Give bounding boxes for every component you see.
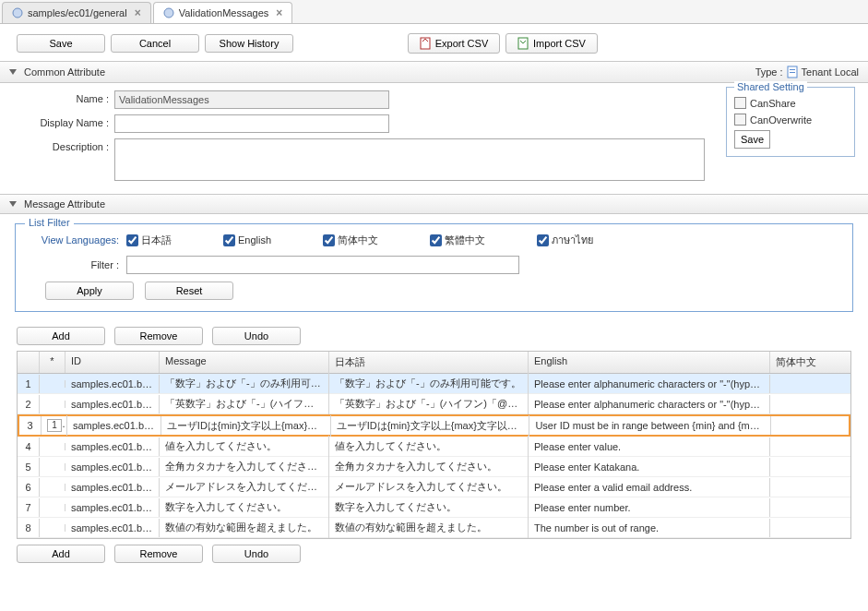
close-icon[interactable]: × (135, 6, 141, 19)
import-csv-label: Import CSV (533, 38, 586, 49)
remove-button[interactable]: Remove (114, 327, 203, 345)
row-index: 2 (18, 395, 40, 413)
table-row[interactable]: 1samples.ec01.be…「数字」および「-」のみ利用可…「数字」および… (18, 374, 850, 394)
row-id[interactable]: samples.ec01.be… (65, 458, 160, 476)
undo-button[interactable]: Undo (212, 545, 301, 563)
row-chinese[interactable] (770, 443, 848, 450)
row-english[interactable]: The number is out of range. (529, 519, 770, 537)
save-button[interactable]: Save (17, 34, 105, 53)
row-japanese[interactable]: メールアドレスを入力してください。 (329, 476, 529, 497)
row-japanese[interactable]: 数字を入力してください。 (329, 497, 529, 518)
row-chinese[interactable] (770, 484, 848, 491)
row-message[interactable]: 「英数字」および「-」(ハイフン)… (160, 393, 329, 414)
row-message[interactable]: 全角カタカナを入力してください。 (160, 456, 329, 477)
filter-input[interactable] (126, 256, 519, 274)
row-japanese[interactable]: ユーザIDは{min}文字以上{max}文字以下… (331, 415, 530, 437)
col-star-header[interactable]: * (40, 352, 65, 373)
common-attribute-header[interactable]: Common Attribute Type : Tenant Local (0, 61, 868, 83)
table-row[interactable]: 4samples.ec01.be…値を入力してください。値を入力してください。P… (18, 437, 850, 457)
col-message-header[interactable]: Message (160, 352, 329, 373)
row-japanese[interactable]: 値を入力してください。 (329, 436, 529, 457)
close-icon[interactable]: × (276, 6, 282, 19)
tab-validation-messages[interactable]: ValidationMessages × (153, 2, 293, 23)
row-id[interactable]: samples.ec01.be… (65, 395, 160, 413)
lang-zhtw-checkbox[interactable]: 繁體中文 (430, 234, 485, 247)
row-id[interactable]: samples.ec01.be… (65, 498, 160, 517)
tab-bar: samples/ec01/general × ValidationMessage… (0, 0, 868, 24)
row-star (40, 524, 65, 532)
table-row[interactable]: 5samples.ec01.be…全角カタカナを入力してください。全角カタカナを… (18, 457, 850, 477)
message-attribute-title: Message Attribute (24, 198, 105, 210)
row-chinese[interactable] (771, 422, 849, 429)
table-row[interactable]: 7samples.ec01.be…数字を入力してください。数字を入力してください… (18, 497, 850, 518)
table-row[interactable]: 6samples.ec01.be…メールアドレスを入力してくださ…メールアドレス… (18, 477, 850, 497)
list-filter-legend: List Filter (25, 217, 74, 228)
row-english[interactable]: Please enter Katakana. (529, 458, 770, 476)
col-index-header[interactable] (18, 352, 40, 373)
row-id[interactable]: samples.ec01.be… (65, 437, 160, 456)
common-attribute-body: Name : Display Name : Description : Shar… (0, 83, 868, 194)
row-english[interactable]: Please enter alphanumeric characters or … (529, 375, 770, 393)
col-id-header[interactable]: ID (65, 352, 160, 373)
row-id[interactable]: samples.ec01.be… (65, 519, 160, 537)
row-english[interactable]: Please enter alphanumeric characters or … (529, 395, 770, 413)
row-chinese[interactable] (770, 463, 848, 471)
add-button[interactable]: Add (17, 545, 105, 563)
undo-button[interactable]: Undo (212, 327, 301, 345)
row-japanese[interactable]: 「数字」および「-」のみ利用可能です。 (329, 373, 529, 394)
view-languages-label: View Languages: (27, 234, 126, 246)
canshare-checkbox[interactable] (734, 97, 746, 109)
export-csv-button[interactable]: Export CSV (408, 33, 500, 54)
add-button[interactable]: Add (17, 327, 105, 345)
row-message[interactable]: 「数字」および「-」のみ利用可… (160, 373, 329, 394)
grid-toolbar-bottom: Add Remove Undo (0, 539, 868, 569)
table-row[interactable]: 2samples.ec01.be…「英数字」および「-」(ハイフン)…「英数字」… (18, 394, 850, 414)
col-japanese-header[interactable]: 日本語 (329, 352, 529, 373)
row-chinese[interactable] (770, 504, 848, 511)
row-id[interactable]: samples.ec01.be… (67, 416, 161, 435)
shared-save-button[interactable]: Save (734, 130, 770, 149)
row-chinese[interactable] (770, 380, 848, 388)
grid-toolbar-top: Add Remove Undo (0, 321, 868, 351)
row-message[interactable]: メールアドレスを入力してくださ… (160, 476, 329, 497)
cancel-button[interactable]: Cancel (111, 34, 199, 53)
row-index: 8 (18, 519, 40, 537)
row-japanese[interactable]: 数値の有効な範囲を超えました。 (329, 517, 529, 538)
row-message[interactable]: 数字を入力してください。 (160, 497, 329, 518)
shared-setting-box: Shared Setting CanShare CanOverwrite Sav… (726, 87, 855, 157)
row-japanese[interactable]: 全角カタカナを入力してください。 (329, 456, 529, 477)
tab-samples-general[interactable]: samples/ec01/general × (2, 2, 151, 23)
row-message[interactable]: 値を入力してください。 (160, 436, 329, 457)
canoverwrite-checkbox[interactable] (734, 114, 746, 126)
row-id[interactable]: samples.ec01.be… (65, 478, 160, 497)
lang-th-checkbox[interactable]: ภาษาไทย (537, 232, 593, 248)
remove-button[interactable]: Remove (114, 545, 203, 563)
reset-button[interactable]: Reset (145, 282, 233, 300)
table-row[interactable]: 8samples.ec01.be…数値の有効な範囲を超えました。数値の有効な範囲… (18, 518, 850, 538)
row-chinese[interactable] (770, 524, 848, 532)
apply-button[interactable]: Apply (45, 282, 134, 300)
description-field[interactable] (114, 138, 705, 181)
lang-ja-checkbox[interactable]: 日本語 (126, 234, 172, 247)
import-csv-button[interactable]: Import CSV (505, 33, 598, 54)
show-history-button[interactable]: Show History (205, 34, 293, 53)
row-english[interactable]: Please enter a valid email address. (529, 478, 770, 497)
row-chinese[interactable] (770, 401, 848, 408)
lang-en-checkbox[interactable]: English (223, 234, 271, 246)
row-japanese[interactable]: 「英数字」および「-」(ハイフン)「@」… (329, 393, 529, 414)
col-english-header[interactable]: English (529, 352, 770, 373)
lang-zhcn-checkbox[interactable]: 简体中文 (323, 234, 378, 247)
message-attribute-header[interactable]: Message Attribute (0, 194, 868, 214)
row-id[interactable]: samples.ec01.be… (65, 375, 160, 393)
row-english[interactable]: Please enter number. (529, 498, 770, 517)
name-field[interactable] (114, 90, 389, 109)
display-name-label: Display Name : (11, 114, 114, 128)
type-area: Type : Tenant Local (755, 66, 859, 78)
display-name-field[interactable] (114, 114, 389, 133)
row-message[interactable]: ユーザIDは{min}文字以上{max}文… (161, 415, 331, 437)
row-english[interactable]: User ID must be in range between {min} a… (529, 416, 771, 435)
row-message[interactable]: 数値の有効な範囲を超えました。 (160, 517, 329, 538)
row-english[interactable]: Please enter value. (529, 437, 770, 456)
col-chinese-header[interactable]: 简体中文 (770, 352, 848, 373)
table-row[interactable]: 31samples.ec01.be…ユーザIDは{min}文字以上{max}文…… (18, 414, 850, 437)
